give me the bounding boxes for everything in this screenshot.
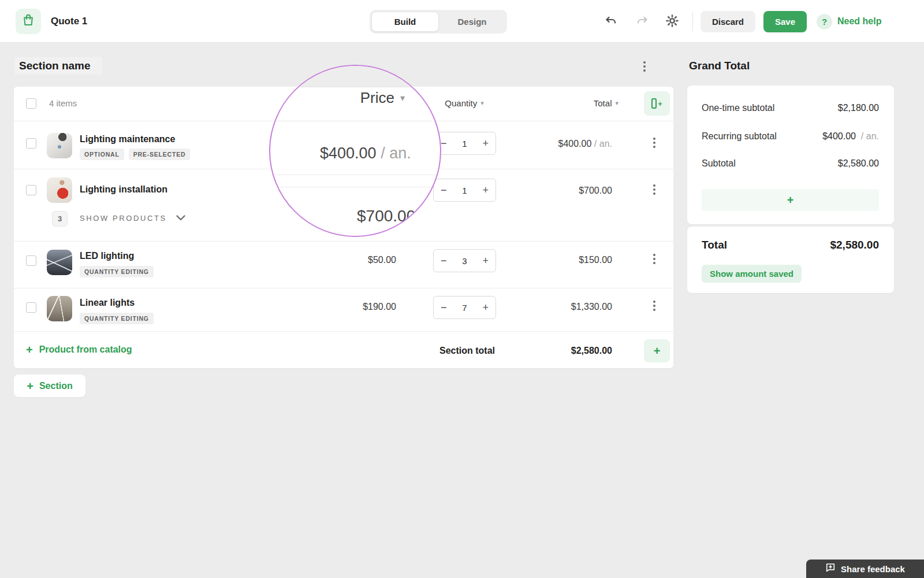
table-row: Linear lights QUANTITY EDITING $190.00 −… xyxy=(14,288,673,331)
tab-design[interactable]: Design xyxy=(439,12,505,32)
total-label: Total xyxy=(702,239,727,251)
section-name[interactable]: Section name xyxy=(19,60,91,72)
redo-icon xyxy=(635,14,649,30)
top-bar: Quote 1 Build Design Discard Save ? Need xyxy=(0,0,924,43)
undo-icon xyxy=(604,14,618,30)
add-item-button[interactable]: + xyxy=(644,339,670,362)
kebab-icon xyxy=(653,305,655,307)
quantity-value[interactable]: 3 xyxy=(462,256,467,266)
subtotal-row: Recurring subtotal $400.00 / an. xyxy=(702,131,879,142)
row-checkbox[interactable] xyxy=(26,255,36,266)
product-image xyxy=(47,133,72,158)
row-price: $50.00 xyxy=(368,255,396,265)
row-menu-button[interactable] xyxy=(653,305,655,307)
column-header-quantity[interactable]: Quantity ▾ xyxy=(424,98,505,108)
lens-divider xyxy=(270,175,440,175)
share-feedback-button[interactable]: Share feedback xyxy=(806,560,924,578)
badge-optional: OPTIONAL xyxy=(80,149,124,160)
grand-total-card: One-time subtotal $2,180.00 Recurring su… xyxy=(687,86,894,224)
show-amount-saved-button[interactable]: Show amount saved xyxy=(702,265,802,283)
quantity-stepper: − 3 + xyxy=(433,249,496,272)
row-menu-button[interactable] xyxy=(653,188,655,191)
plus-icon: + xyxy=(27,380,33,392)
chevron-down-icon: ▾ xyxy=(480,99,484,107)
settings-button[interactable] xyxy=(664,14,680,30)
plus-icon: + xyxy=(654,345,661,357)
build-design-toggle: Build Design xyxy=(370,10,507,34)
feedback-bubble-icon xyxy=(825,562,836,575)
select-all-checkbox[interactable] xyxy=(26,98,36,109)
section-total-value: $2,580.00 xyxy=(571,346,612,356)
quote-logo-badge xyxy=(16,9,41,34)
total-card: Total $2,580.00 Show amount saved xyxy=(687,227,894,293)
redo-button[interactable] xyxy=(634,14,650,30)
kebab-icon xyxy=(653,258,655,260)
product-name: Lighting installation xyxy=(80,184,167,195)
quantity-value[interactable]: 7 xyxy=(462,303,467,313)
badge-quantity-editing: QUANTITY EDITING xyxy=(80,313,154,324)
need-help-link[interactable]: ? Need help xyxy=(817,0,881,43)
decrease-quantity-button[interactable]: − xyxy=(441,138,447,149)
subtotal-row: Subtotal $2,580.00 xyxy=(702,158,879,169)
add-column-button[interactable]: + xyxy=(644,91,670,116)
product-badges: QUANTITY EDITING xyxy=(80,266,154,277)
page-title: Quote 1 xyxy=(51,0,87,43)
row-menu-button[interactable] xyxy=(653,142,655,144)
add-product-from-catalog-button[interactable]: + Product from catalog xyxy=(26,344,132,355)
kebab-icon xyxy=(653,188,655,191)
lens-divider xyxy=(270,187,440,187)
quantity-value[interactable]: 1 xyxy=(462,186,467,195)
add-fee-button[interactable]: + xyxy=(702,189,879,211)
product-name: Lighting maintenance xyxy=(80,134,175,144)
tab-build[interactable]: Build xyxy=(371,12,439,32)
product-image xyxy=(47,177,72,203)
increase-quantity-button[interactable]: + xyxy=(482,185,489,195)
lens-divider xyxy=(270,121,440,121)
decrease-quantity-button[interactable]: − xyxy=(441,255,447,266)
kebab-icon xyxy=(643,65,646,68)
product-image xyxy=(47,296,72,321)
row-total: $150.00 xyxy=(579,255,612,265)
row-menu-button[interactable] xyxy=(653,258,655,260)
product-image xyxy=(47,250,72,275)
quantity-stepper: − 1 + xyxy=(433,132,496,155)
column-header-price[interactable]: Price ▾ xyxy=(360,89,405,107)
quantity-stepper: − 1 + xyxy=(433,179,496,202)
product-name: Linear lights xyxy=(80,298,135,308)
badge-pre-selected: PRE-SELECTED xyxy=(129,149,191,160)
help-icon: ? xyxy=(817,14,832,29)
product-badges: QUANTITY EDITING xyxy=(80,313,154,324)
increase-quantity-button[interactable]: + xyxy=(482,138,489,149)
product-badges: OPTIONAL PRE-SELECTED xyxy=(80,149,190,160)
row-total: $1,330.00 xyxy=(571,302,612,312)
undo-button[interactable] xyxy=(603,14,619,30)
quantity-value[interactable]: 1 xyxy=(462,139,467,149)
table-footer-row: + Product from catalog Section total $2,… xyxy=(14,331,673,368)
chevron-down-icon: ▾ xyxy=(615,99,619,107)
increase-quantity-button[interactable]: + xyxy=(482,302,489,313)
subtotal-row: One-time subtotal $2,180.00 xyxy=(702,103,879,113)
magnifier-lens: Price ▾ $400.00 / an. $700.00 xyxy=(269,65,441,237)
magnified-row-price: $400.00 / an. xyxy=(320,144,411,162)
add-section-button[interactable]: + Section xyxy=(14,375,85,397)
section-menu-button[interactable] xyxy=(643,65,646,68)
increase-quantity-button[interactable]: + xyxy=(482,255,489,266)
quantity-stepper: − 7 + xyxy=(433,296,496,319)
row-checkbox[interactable] xyxy=(26,185,36,195)
decrease-quantity-button[interactable]: − xyxy=(441,185,447,195)
chevron-down-icon: ▾ xyxy=(400,92,405,103)
save-button[interactable]: Save xyxy=(763,11,807,32)
column-header-total[interactable]: Total ▾ xyxy=(594,98,619,108)
row-checkbox[interactable] xyxy=(26,302,36,313)
sub-products-count: 3 xyxy=(52,211,68,227)
items-count: 4 items xyxy=(49,98,77,108)
decrease-quantity-button[interactable]: − xyxy=(441,302,447,313)
badge-quantity-editing: QUANTITY EDITING xyxy=(80,266,154,277)
row-price: $190.00 xyxy=(363,302,396,312)
add-column-icon xyxy=(651,98,657,109)
discard-button[interactable]: Discard xyxy=(701,11,755,32)
lens-background-cap xyxy=(270,66,440,87)
row-checkbox[interactable] xyxy=(26,138,36,149)
show-products-toggle[interactable]: SHOW PRODUCTS xyxy=(80,214,185,223)
row-total: $700.00 xyxy=(579,186,612,196)
